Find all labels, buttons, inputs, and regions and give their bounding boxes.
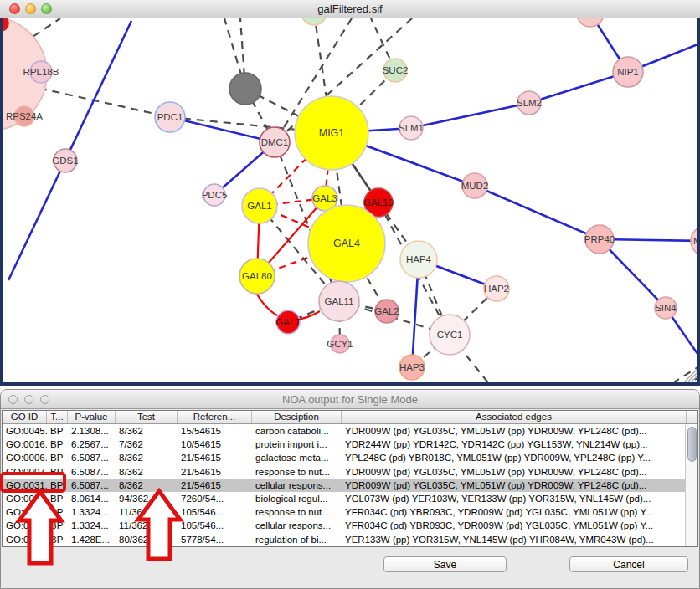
column-header-p-value[interactable]: P-value: [68, 411, 116, 423]
table-cell[interactable]: 21/54615: [178, 465, 252, 479]
table-cell[interactable]: 1.3324...: [68, 505, 116, 519]
table-cell[interactable]: galactose meta...: [252, 451, 342, 464]
node-unlabeled[interactable]: [577, 18, 604, 27]
table-cell[interactable]: BP: [47, 479, 68, 492]
table-cell[interactable]: BP: [47, 438, 68, 451]
table-cell[interactable]: GO:0045...: [3, 424, 47, 438]
network-graph[interactable]: MSL1RPL18BRPS24AGDS1PDC1DMC1MIG1SUC2NIP1…: [3, 18, 697, 382]
table-cell[interactable]: carbon cataboli...: [252, 424, 342, 438]
table-cell[interactable]: 6.5087...: [68, 451, 116, 464]
table-row[interactable]: GO:0031...BP1.3324...11/362105/546...cel…: [3, 519, 697, 532]
table-row[interactable]: GO:0016...BP6.2567...7/36210/54615protei…: [3, 438, 697, 451]
node-label: DMC1: [261, 137, 289, 147]
table-cell[interactable]: cellular respons...: [252, 519, 342, 532]
table-cell[interactable]: 8/362: [116, 424, 178, 438]
table-cell[interactable]: YPL248C (pd) YBR018C, YML051W (pp) YDR00…: [342, 451, 687, 464]
table-scrollbar[interactable]: [685, 425, 697, 546]
table-cell[interactable]: 80/362: [116, 533, 178, 546]
table-cell[interactable]: regulation of bi...: [252, 533, 342, 546]
table-cell[interactable]: 11/362: [116, 505, 178, 519]
table-cell[interactable]: 11/362: [116, 519, 178, 532]
table-cell[interactable]: BP: [47, 492, 68, 505]
graph-edge: [411, 103, 529, 128]
table-cell[interactable]: biological regul...: [252, 492, 342, 505]
table-cell[interactable]: YDR244W (pp) YDR142C, YDR142C (pp) YGL15…: [342, 438, 687, 451]
noa-window-titlebar[interactable]: NOA output for Single Mode: [1, 390, 699, 409]
table-cell[interactable]: 21/54615: [178, 451, 252, 464]
table-cell[interactable]: response to nut...: [252, 465, 342, 479]
table-cell[interactable]: BP: [47, 519, 68, 532]
table-cell[interactable]: 2.1308...: [68, 424, 116, 438]
column-header-desciption[interactable]: Desciption: [252, 411, 342, 423]
node-unlabeled[interactable]: [301, 18, 327, 25]
table-cell[interactable]: GO:0050...: [3, 533, 47, 546]
column-header-t-[interactable]: T...: [47, 411, 68, 423]
table-cell[interactable]: YDR009W (pd) YGL035C, YML051W (pp) YDR00…: [342, 465, 687, 479]
node-label: NIP1: [617, 67, 639, 77]
table-cell[interactable]: 15/54615: [178, 424, 252, 438]
table-row[interactable]: GO:0045...BP2.1308...8/36215/54615carbon…: [3, 424, 697, 438]
table-cell[interactable]: 8/362: [116, 451, 178, 464]
table-cell[interactable]: 1.428E...: [68, 533, 116, 546]
node-label: GAL4: [333, 238, 360, 249]
table-cell[interactable]: YDR009W (pd) YGL035C, YML051W (pp) YDR00…: [342, 424, 687, 438]
table-cell[interactable]: GO:0007...: [3, 465, 47, 479]
table-cell[interactable]: 7260/54...: [178, 492, 252, 505]
column-header-referen-[interactable]: Referen...: [178, 411, 252, 423]
table-cell[interactable]: BP: [47, 505, 68, 519]
node-label: GAL2: [374, 306, 399, 316]
table-cell[interactable]: 94/362: [116, 492, 178, 505]
node-label: SUC2: [383, 65, 409, 75]
table-cell[interactable]: YGL073W (pd) YER103W, YER133W (pp) YOR31…: [342, 492, 687, 505]
column-header-go-id[interactable]: GO ID: [3, 411, 47, 423]
node-label: MUD2: [461, 181, 489, 191]
cancel-button[interactable]: Cancel: [569, 556, 688, 572]
table-cell[interactable]: BP: [47, 451, 68, 464]
table-cell[interactable]: response to nut...: [252, 505, 342, 519]
table-header-row: GO IDT...P-valueTestReferen...Desciption…: [3, 411, 697, 424]
column-header-associated-edges[interactable]: Associated edges: [342, 411, 687, 423]
table-cell[interactable]: 105/546...: [178, 505, 252, 519]
node-label: GDS1: [52, 156, 78, 166]
save-button[interactable]: Save: [383, 556, 507, 572]
table-cell[interactable]: protein import i...: [252, 438, 342, 451]
node-label: HAP4: [406, 254, 432, 264]
table-row[interactable]: GO:0065...BP8.0614...94/3627260/54...bio…: [3, 492, 697, 505]
table-cell[interactable]: YDR009W (pd) YGL035C, YML051W (pp) YDR00…: [342, 479, 687, 492]
table-cell[interactable]: GO:0065...: [3, 492, 47, 505]
node-label: MIG1: [319, 127, 345, 139]
table-cell[interactable]: 8/362: [116, 465, 178, 479]
node-unlabeled[interactable]: [229, 73, 261, 105]
table-cell[interactable]: GO:0006...: [3, 451, 47, 464]
table-cell[interactable]: 10/54615: [178, 438, 252, 451]
table-row[interactable]: GO:0007...BP6.5087...8/36221/54615respon…: [3, 465, 697, 479]
table-cell[interactable]: 5778/54...: [178, 533, 252, 546]
column-header-test[interactable]: Test: [116, 411, 178, 423]
table-cell[interactable]: BP: [47, 424, 68, 438]
table-cell[interactable]: GO:0016...: [3, 438, 47, 451]
graph-window-titlebar[interactable]: galFiltered.sif: [0, 0, 700, 18]
scrollbar-thumb[interactable]: [687, 427, 697, 462]
table-cell[interactable]: YFR034C (pd) YBR093C, YDR009W (pd) YGL03…: [342, 519, 687, 532]
table-cell[interactable]: YER133W (pp) YOR315W, YNL145W (pd) YHR08…: [342, 533, 687, 546]
table-cell[interactable]: 6.2567...: [68, 438, 116, 451]
table-cell[interactable]: 7/362: [116, 438, 178, 451]
table-cell[interactable]: 8.0614...: [68, 492, 116, 505]
table-cell[interactable]: 105/546...: [178, 519, 252, 532]
table-cell[interactable]: GO:0031...: [3, 505, 47, 519]
table-row[interactable]: GO:0006...BP6.5087...8/36221/54615galact…: [3, 451, 697, 464]
table-cell[interactable]: 6.5087...: [68, 465, 116, 479]
table-cell[interactable]: 6.5087...: [68, 479, 116, 492]
table-cell[interactable]: GO:0031...: [3, 479, 47, 492]
table-cell[interactable]: 1.3324...: [68, 519, 116, 532]
table-cell[interactable]: 21/54615: [178, 479, 252, 492]
table-cell[interactable]: 8/362: [116, 479, 178, 492]
table-row[interactable]: GO:0031...BP6.5087...8/36221/54615cellul…: [3, 479, 697, 492]
table-cell[interactable]: YFR034C (pd) YBR093C, YDR009W (pd) YGL03…: [342, 505, 687, 519]
table-cell[interactable]: cellular respons...: [252, 479, 342, 492]
table-cell[interactable]: BP: [47, 465, 68, 479]
table-row[interactable]: GO:0050...BP1.428E...80/3625778/54...reg…: [3, 533, 697, 546]
table-cell[interactable]: GO:0031...: [3, 519, 47, 532]
table-cell[interactable]: BP: [47, 533, 68, 546]
table-row[interactable]: GO:0031...BP1.3324...11/362105/546...res…: [3, 505, 697, 519]
